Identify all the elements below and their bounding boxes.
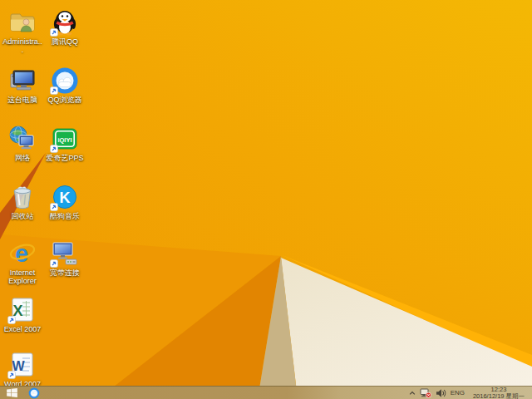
desktop-icon-excel-2007[interactable]: X Excel 2007	[2, 296, 43, 333]
desktop-icon-administrator[interactable]: Administra...	[2, 8, 43, 54]
shortcut-arrow-icon	[50, 28, 58, 37]
shortcut-arrow-icon	[50, 259, 58, 268]
desktop-icon-network[interactable]: 网络	[2, 125, 43, 162]
network-disconnected-icon[interactable]	[420, 388, 431, 398]
qq-browser-icon	[28, 387, 40, 399]
network-globe-icon	[8, 125, 37, 153]
chevron-up-icon[interactable]	[409, 390, 416, 397]
desktop-icon-qq-browser[interactable]: QQ浏览器	[44, 66, 86, 104]
taskbar-clock[interactable]: 12:23 2016/12/19 星期一	[469, 387, 529, 399]
icon-label: 酷狗音乐	[50, 212, 80, 220]
icon-label: 网络	[15, 154, 30, 162]
svg-text:K: K	[60, 190, 71, 206]
desktop-icon-word-2007[interactable]: W Word 2007	[2, 351, 43, 388]
internet-explorer-icon: e	[8, 239, 37, 268]
iqiyi-icon: iQIYI	[51, 125, 79, 153]
icon-label: Internet Explorer	[2, 268, 42, 285]
icon-label: 这台电脑	[7, 96, 37, 104]
system-tray: ENG 12:23 2016/12/19 星期一	[409, 387, 532, 399]
desktop[interactable]: Administra... 这台电脑	[0, 0, 532, 399]
start-button[interactable]	[0, 387, 23, 399]
desktop-icon-kugou-music[interactable]: K 酷狗音乐	[44, 183, 86, 220]
icon-label: 宽带连接	[50, 268, 80, 277]
icon-label: 腾讯QQ	[52, 37, 78, 46]
shortcut-arrow-icon	[50, 203, 58, 211]
desktop-icon-tencent-qq[interactable]: 腾讯QQ	[44, 8, 86, 46]
icon-label: Excel 2007	[4, 325, 42, 333]
taskbar-pinned-qq-browser[interactable]	[23, 387, 45, 399]
speaker-icon[interactable]	[436, 388, 446, 398]
desktop-icon-broadband-connection[interactable]: 宽带连接	[44, 239, 86, 277]
broadband-icon	[51, 239, 79, 268]
user-folder-icon	[8, 8, 37, 37]
desktop-icon-recycle-bin[interactable]: 回收站	[2, 183, 43, 220]
desktop-icon-this-pc[interactable]: 这台电脑	[2, 66, 43, 104]
icon-label: 回收站	[12, 212, 34, 220]
shortcut-arrow-icon	[7, 371, 16, 379]
qq-browser-icon	[51, 66, 79, 95]
clock-date: 2016/12/19 星期一	[473, 393, 525, 399]
icon-label: Administra...	[2, 37, 42, 54]
desktop-icon-iqiyi-pps[interactable]: iQIYI 爱奇艺PPS	[44, 125, 86, 162]
icon-label: 爱奇艺PPS	[46, 154, 83, 162]
excel-icon: X	[8, 296, 37, 324]
shortcut-arrow-icon	[50, 145, 58, 153]
recycle-bin-icon	[8, 183, 37, 211]
shortcut-arrow-icon	[50, 86, 58, 95]
qq-penguin-icon	[51, 8, 79, 37]
word-icon: W	[8, 351, 37, 379]
kugou-icon: K	[51, 183, 79, 211]
taskbar: ENG 12:23 2016/12/19 星期一	[0, 386, 532, 399]
desktop-icon-internet-explorer[interactable]: e Internet Explorer	[2, 239, 43, 285]
windows-start-icon	[7, 388, 17, 397]
svg-text:iQIYI: iQIYI	[57, 136, 71, 144]
language-indicator[interactable]: ENG	[451, 387, 465, 399]
shortcut-arrow-icon	[7, 316, 16, 324]
icon-label: QQ浏览器	[47, 96, 81, 104]
computer-icon	[8, 66, 37, 95]
